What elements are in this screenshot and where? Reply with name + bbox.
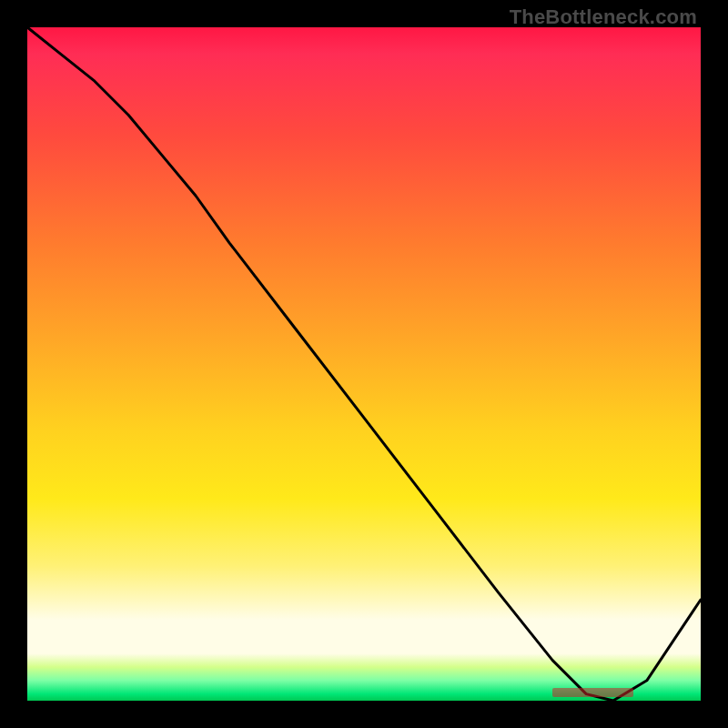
optimal-band-marker — [552, 688, 633, 697]
attribution-text: TheBottleneck.com — [510, 5, 697, 29]
bottleneck-curve — [27, 27, 701, 701]
chart-frame: TheBottleneck.com — [0, 0, 728, 728]
plot-area — [27, 27, 701, 701]
